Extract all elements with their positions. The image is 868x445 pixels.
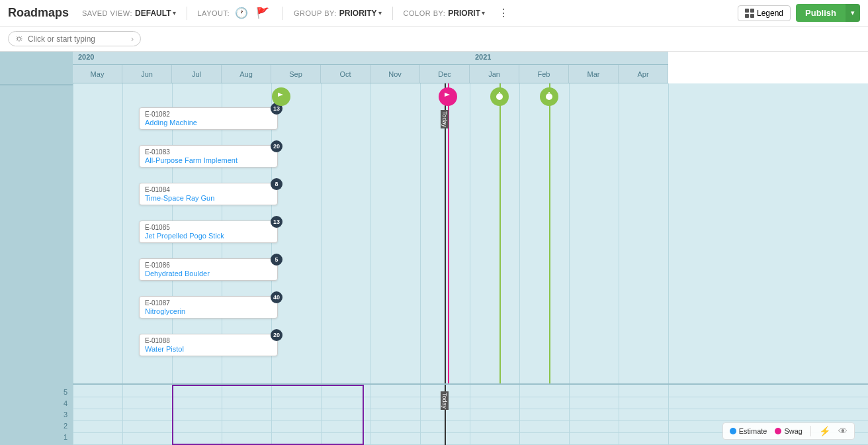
- card-id: E-01085: [145, 224, 272, 231]
- y-axis-label: 5: [5, 388, 67, 396]
- today-line: Today: [445, 83, 446, 383]
- month-cell: Oct: [321, 65, 370, 83]
- card-title: Jet Propelled Pogo Stick: [145, 232, 272, 240]
- grid-line: [420, 83, 421, 383]
- card-badge: 13: [271, 103, 282, 115]
- task-card[interactable]: 5E-01086Dehydrated Boulder: [139, 258, 278, 281]
- legend-button[interactable]: Legend: [738, 5, 791, 21]
- task-card[interactable]: 13E-01085Jet Propelled Pogo Stick: [139, 221, 278, 243]
- filter-input[interactable]: [28, 34, 127, 44]
- color-by-section: COLOR BY: PRIORIT ▾: [404, 9, 485, 18]
- card-title: Adding Machine: [145, 119, 272, 126]
- sidebar-group-label: [0, 85, 73, 383]
- task-card[interactable]: 20E-01083All-Purpose Farm Implement: [139, 145, 278, 168]
- milestones-row: [73, 85, 868, 109]
- month-cell: Sep: [271, 65, 321, 83]
- saved-view-value: DEFAULT: [135, 9, 171, 18]
- bottom-grid-line: [619, 385, 619, 445]
- grid-line: [73, 83, 73, 383]
- more-options-icon[interactable]: ⋮: [496, 5, 511, 21]
- gantt-area: 13E-01082Adding Machine20E-01083All-Purp…: [73, 83, 868, 383]
- saved-view-section: SAVED VIEW: DEFAULT ▾: [82, 9, 175, 18]
- group-by-value: PRIORITY: [339, 9, 377, 18]
- color-by-value: PRIORIT: [448, 9, 480, 18]
- layout-section: LAYOUT: 🕐 🚩: [198, 5, 273, 21]
- card-id: E-01087: [145, 299, 272, 307]
- color-by-dropdown[interactable]: PRIORIT ▾: [448, 9, 485, 18]
- card-id: E-01083: [145, 148, 272, 156]
- legend-item-1: Swag: [775, 427, 803, 435]
- timeline-area: 20202021 MayJunJulAugSepOctNovDecJanFebM…: [73, 52, 868, 445]
- card-badge: 40: [271, 291, 282, 303]
- month-cell: Dec: [420, 65, 470, 83]
- legend-grid-icon: [745, 9, 754, 18]
- legend-label-1: Swag: [784, 427, 803, 435]
- task-card[interactable]: 40E-01087Nitroglycerin: [139, 296, 278, 319]
- bottom-bar: [172, 385, 364, 445]
- layout-flag-icon[interactable]: 🚩: [253, 5, 272, 21]
- card-id: E-01082: [145, 111, 272, 118]
- card-title: Time-Space Ray Gun: [145, 194, 272, 202]
- color-by-chevron-icon: ▾: [482, 9, 485, 17]
- card-title: Nitroglycerin: [145, 307, 272, 315]
- month-cell: Mar: [569, 65, 619, 83]
- publish-dropdown-chevron[interactable]: ▾: [846, 4, 860, 22]
- legend-label-0: Estimate: [739, 427, 767, 435]
- grid-line: [122, 83, 123, 383]
- publish-group: Publish ▾: [796, 4, 860, 22]
- publish-button[interactable]: Publish: [796, 4, 846, 22]
- y-axis-label: 1: [5, 433, 67, 441]
- card-badge: 8: [271, 178, 282, 190]
- bottom-grid-line: [668, 385, 669, 445]
- bottom-grid-line: [73, 385, 73, 445]
- saved-view-dropdown[interactable]: DEFAULT ▾: [135, 9, 175, 18]
- bottom-today-line: Today: [445, 385, 446, 445]
- y-axis-label: 2: [5, 422, 67, 430]
- group-by-dropdown[interactable]: PRIORITY ▾: [339, 9, 382, 18]
- year-label: 2021: [470, 52, 496, 62]
- card-badge: 5: [271, 254, 282, 266]
- card-badge: 13: [271, 216, 282, 228]
- bottom-grid-line: [122, 385, 123, 445]
- sidebar-top: [0, 52, 73, 85]
- layout-clock-icon[interactable]: 🕐: [232, 5, 251, 21]
- bottom-grid-line: [470, 385, 470, 445]
- bottom-grid-line: [569, 385, 570, 445]
- app-header: Roadmaps SAVED VIEW: DEFAULT ▾ LAYOUT: 🕐…: [0, 0, 868, 26]
- divider-1: [187, 7, 187, 20]
- grid-line: [569, 83, 570, 383]
- bottom-today-label: Today: [441, 391, 449, 410]
- task-card[interactable]: 13E-01082Adding Machine: [139, 107, 278, 130]
- card-title: Water Pistol: [145, 345, 272, 353]
- grid-line: [321, 83, 322, 383]
- layout-label: LAYOUT:: [198, 9, 230, 17]
- card-badge: 20: [271, 329, 282, 341]
- divider-3: [392, 7, 393, 20]
- card-title: All-Purpose Farm Implement: [145, 156, 272, 164]
- grid-line: [668, 83, 669, 383]
- legend-eye-icon[interactable]: 👁: [838, 426, 847, 436]
- color-by-label: COLOR BY:: [404, 9, 446, 17]
- y-axis-label: 4: [5, 399, 67, 407]
- group-by-chevron-icon: ▾: [378, 9, 382, 17]
- saved-view-chevron-icon: ▾: [173, 9, 176, 17]
- card-id: E-01086: [145, 262, 272, 269]
- header-right: Legend Publish ▾: [738, 4, 860, 22]
- month-cell: May: [73, 65, 122, 83]
- filter-input-wrapper[interactable]: ⛭ ›: [8, 31, 141, 46]
- legend-cross-icon[interactable]: ⚡: [819, 426, 830, 436]
- bottom-grid-line: [370, 385, 371, 445]
- card-badge: 20: [271, 140, 282, 152]
- card-id: E-01084: [145, 186, 272, 193]
- card-id: E-01088: [145, 337, 272, 344]
- task-card[interactable]: 8E-01084Time-Space Ray Gun: [139, 183, 278, 205]
- divider-2: [282, 7, 283, 20]
- bottom-grid-line: [420, 385, 421, 445]
- year-header: 20202021: [73, 52, 668, 65]
- filter-funnel-icon: ⛭: [15, 34, 24, 44]
- grid-line: [370, 83, 371, 383]
- sidebar: 12345: [0, 52, 73, 445]
- task-card[interactable]: 20E-01088Water Pistol: [139, 334, 278, 356]
- grid-line: [470, 83, 470, 383]
- month-cell: Aug: [222, 65, 271, 83]
